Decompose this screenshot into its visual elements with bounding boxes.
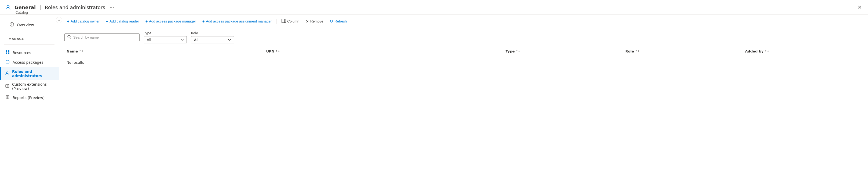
svg-rect-5 (8, 50, 9, 52)
sidebar: Overview Manage Resources (0, 15, 59, 107)
search-input[interactable] (73, 35, 136, 39)
svg-point-18 (68, 35, 70, 38)
table-container: Name ↑↓ UPN ↑↓ (59, 47, 868, 107)
resources-icon (5, 50, 10, 55)
main-content: + Add catalog owner + Add catalog reader… (59, 15, 868, 107)
column-label: Column (287, 19, 299, 23)
reports-icon (5, 95, 10, 101)
sort-type-icon: ↑↓ (516, 50, 520, 53)
col-type[interactable]: Type ↑↓ (503, 47, 623, 56)
role-filter-group: Role All (191, 31, 234, 43)
close-button[interactable]: ✕ (856, 3, 864, 11)
col-added-by[interactable]: Added by ↑↓ (743, 47, 863, 56)
table-row-no-results: No results (64, 56, 863, 69)
sidebar-item-label-custom-extensions: Custom extensions (Preview) (12, 82, 55, 91)
add-catalog-reader-label: Add catalog reader (110, 19, 139, 23)
role-filter-value: All (194, 38, 198, 42)
svg-line-19 (70, 38, 71, 39)
catalog-name: General (14, 5, 36, 10)
role-filter-select[interactable]: All (191, 36, 234, 43)
collapse-icon: « (58, 18, 60, 22)
sidebar-item-roles-and-administrators[interactable]: Roles and administrators (0, 67, 59, 80)
sidebar-item-custom-extensions[interactable]: Custom extensions (Preview) (0, 80, 59, 93)
add-access-package-manager-label: Add access package manager (149, 19, 196, 23)
type-filter-select[interactable]: All (144, 36, 187, 43)
add-access-package-assignment-manager-button[interactable]: + Add access package assignment manager (200, 18, 274, 25)
add-access-package-assignment-manager-icon: + (203, 19, 205, 24)
toolbar-divider-1 (276, 19, 277, 24)
roles-table: Name ↑↓ UPN ↑↓ (64, 47, 863, 69)
add-catalog-owner-icon: + (67, 19, 69, 24)
add-access-package-assignment-manager-label: Add access package assignment manager (206, 19, 272, 23)
sort-upn-icon: ↑↓ (275, 50, 280, 53)
type-filter-label: Type (144, 31, 187, 35)
svg-rect-4 (6, 50, 7, 52)
svg-point-0 (7, 5, 9, 7)
add-access-package-manager-icon: + (146, 19, 148, 24)
refresh-label: Refresh (334, 19, 347, 23)
remove-button[interactable]: ✕ Remove (303, 18, 326, 25)
page-title: Roles and administrators (45, 5, 105, 10)
role-filter-label: Role (191, 31, 234, 35)
search-box[interactable] (64, 34, 140, 41)
type-filter-group: Type All (144, 31, 187, 43)
svg-point-3 (11, 23, 12, 24)
add-catalog-owner-label: Add catalog owner (70, 19, 100, 23)
add-catalog-reader-button[interactable]: + Add catalog reader (103, 18, 142, 25)
search-icon (67, 35, 71, 40)
filter-bar: Type All Role All (59, 28, 868, 47)
sidebar-item-overview[interactable]: Overview (4, 20, 55, 30)
access-packages-icon (5, 60, 10, 65)
page-header: General | Roles and administrators ··· C… (0, 0, 868, 15)
catalog-icon (4, 3, 12, 11)
column-button[interactable]: Column (279, 18, 302, 25)
sort-added-by-icon: ↑↓ (765, 50, 769, 53)
more-options-icon[interactable]: ··· (110, 5, 114, 10)
sidebar-item-label-access-packages: Access packages (12, 60, 43, 65)
col-name[interactable]: Name ↑↓ (64, 47, 264, 56)
column-icon (282, 19, 286, 24)
sidebar-item-label-resources: Resources (12, 51, 31, 55)
svg-rect-8 (6, 61, 9, 63)
header-separator: | (39, 5, 41, 10)
sidebar-collapse-button[interactable]: « (56, 17, 62, 23)
overview-icon (9, 22, 14, 28)
role-filter-chevron (228, 38, 231, 42)
sort-role-icon: ↑↓ (635, 50, 640, 53)
col-role[interactable]: Role ↑↓ (623, 47, 743, 56)
sidebar-item-label-reports: Reports (Preview) (12, 95, 44, 100)
remove-label: Remove (310, 19, 323, 23)
add-access-package-manager-button[interactable]: + Add access package manager (143, 18, 198, 25)
sidebar-divider (4, 44, 55, 45)
sidebar-item-label-roles: Roles and administrators (12, 69, 55, 78)
col-upn[interactable]: UPN ↑↓ (264, 47, 503, 56)
svg-rect-7 (8, 52, 9, 54)
roles-icon (5, 71, 9, 76)
type-filter-chevron (181, 38, 184, 42)
type-filter-value: All (147, 38, 151, 42)
add-catalog-reader-icon: + (106, 19, 108, 24)
sidebar-item-resources[interactable]: Resources (0, 48, 59, 57)
sidebar-item-label-overview: Overview (17, 23, 34, 27)
remove-icon: ✕ (306, 19, 309, 24)
no-results-text: No results (64, 56, 863, 69)
svg-rect-15 (282, 19, 286, 23)
sidebar-item-access-packages[interactable]: Access packages (0, 57, 59, 67)
sidebar-section-manage: Manage (4, 33, 55, 42)
sort-name-icon: ↑↓ (79, 50, 84, 53)
svg-rect-6 (6, 52, 7, 54)
refresh-button[interactable]: ↻ Refresh (327, 17, 349, 25)
svg-point-9 (6, 72, 8, 73)
refresh-icon: ↻ (330, 19, 333, 24)
add-catalog-owner-button[interactable]: + Add catalog owner (64, 18, 102, 25)
sidebar-item-reports[interactable]: Reports (Preview) (0, 93, 59, 103)
custom-extensions-icon (5, 84, 9, 89)
catalog-label: Catalog (16, 11, 28, 14)
toolbar: + Add catalog owner + Add catalog reader… (59, 15, 868, 28)
